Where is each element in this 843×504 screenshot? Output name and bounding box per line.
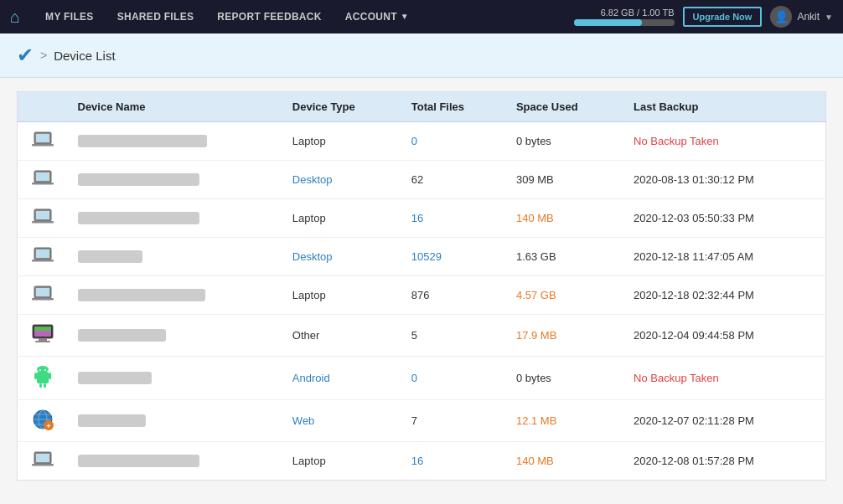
space-used-value: 0 bytes: [516, 135, 551, 147]
total-files-cell: 5: [401, 315, 506, 357]
total-files-value: 0: [411, 372, 417, 384]
space-used-cell: 12.1 MB: [506, 400, 623, 442]
total-files-cell: 7: [401, 400, 506, 442]
space-used-cell: 1.63 GB: [506, 238, 623, 276]
device-name-cell: PC-10-07-6: [68, 238, 282, 276]
page-title: Device List: [54, 49, 115, 63]
svg-rect-17: [34, 327, 51, 332]
svg-rect-11: [32, 260, 54, 262]
table-row[interactable]: XXXXXXX PC 6Other517.9 MB2020-12-04 09:4…: [18, 315, 826, 357]
svg-rect-21: [37, 372, 49, 383]
device-name-text: DESKTOP-XXXXXXX 1: [78, 135, 208, 147]
total-files-cell: 876: [401, 276, 506, 315]
brand-logo-icon: ✔: [17, 44, 34, 67]
col-last-backup: Last Backup: [623, 92, 825, 122]
space-used-cell: 140 MB: [506, 199, 623, 238]
svg-rect-1: [36, 134, 49, 142]
space-used-value: 17.9 MB: [516, 329, 556, 342]
last-backup-value: 2020-12-03 05:50:33 PM: [634, 212, 754, 224]
nav-right: 6.82 GB / 1.00 TB Upgrade Now 👤 Ankit ▼: [574, 6, 834, 28]
device-type-cell: Other: [282, 315, 401, 357]
space-used-cell: 4.57 GB: [506, 276, 623, 315]
device-icon-cell: [18, 122, 68, 161]
device-icon-cell: [18, 357, 68, 400]
device-type-label: Android: [292, 372, 330, 384]
total-files-value: 62: [411, 173, 423, 186]
device-icon-cell: +: [18, 400, 68, 442]
upgrade-button[interactable]: Upgrade Now: [683, 7, 763, 27]
device-type-cell: Laptop: [282, 122, 401, 161]
main-content: Device Name Device Type Total Files Spac…: [0, 78, 843, 504]
space-used-value: 140 MB: [516, 455, 554, 467]
device-type-label: Web: [292, 414, 315, 427]
total-files-cell: 10529: [401, 238, 506, 276]
last-backup-cell: 2020-12-03 05:50:33 PM: [623, 199, 825, 238]
device-type-icon: [31, 177, 54, 190]
last-backup-value: 2020-12-04 09:44:58 PM: [634, 329, 754, 342]
table-row[interactable]: DESKTOP-XXXXXX 9Laptop16140 MB2020-12-08…: [18, 442, 826, 481]
svg-rect-22: [34, 373, 37, 379]
total-files-value: 876: [411, 289, 430, 301]
device-type-label: Laptop: [292, 212, 326, 224]
total-files-value: 5: [411, 329, 417, 342]
storage-bar-fill: [574, 19, 643, 26]
svg-text:+: +: [46, 422, 50, 430]
col-device-type: Device Type: [282, 92, 401, 122]
svg-rect-19: [35, 341, 50, 342]
device-name-cell: XXXXXXX PC 6: [68, 315, 282, 357]
last-backup-cell: 2020-12-08 01:57:28 PM: [623, 442, 825, 481]
device-name-cell: DESKTOP-XXXXXX 2: [68, 161, 282, 199]
device-name-cell: DESKTOP-XXXXXX 9: [68, 442, 282, 481]
device-type-icon: [31, 139, 54, 152]
device-icon-cell: [18, 161, 68, 199]
table-row[interactable]: DESKTOP-XXXXXXX 1Laptop00 bytesNo Backup…: [18, 122, 826, 161]
last-backup-value: 2020-08-13 01:30:12 PM: [634, 173, 754, 186]
space-used-value: 0 bytes: [516, 372, 551, 384]
col-total-files: Total Files: [401, 92, 506, 122]
device-name-text: SM-XXXXX 7: [78, 372, 152, 384]
storage-bar: [574, 19, 675, 26]
total-files-cell: 16: [401, 199, 506, 238]
device-type-icon: [31, 293, 54, 306]
svg-rect-36: [36, 454, 49, 462]
device-type-icon: [31, 255, 54, 267]
col-space-used: Space Used: [506, 92, 623, 122]
table-row[interactable]: DESKTOP-XXXXXX 3Laptop16140 MB2020-12-03…: [18, 199, 826, 238]
svg-point-26: [39, 369, 41, 371]
table-row[interactable]: DESKTOP-XXXXXX 2Desktop62309 MB2020-08-1…: [18, 161, 826, 199]
device-type-icon: [31, 459, 54, 471]
home-icon[interactable]: ⌂: [10, 8, 20, 27]
table-row[interactable]: LAPTOP-XXXXXXXX 5Laptop8764.57 GB2020-12…: [18, 276, 826, 315]
storage-info: 6.82 GB / 1.00 TB: [574, 8, 675, 26]
breadcrumb: ✔ > Device List: [0, 33, 843, 78]
breadcrumb-separator: >: [40, 49, 47, 62]
device-name-cell: Web Upload: [68, 400, 282, 442]
nav-account[interactable]: ACCOUNT ▼: [334, 0, 421, 33]
last-backup-value: No Backup Taken: [634, 135, 719, 147]
device-type-label: Other: [292, 329, 320, 342]
space-used-value: 4.57 GB: [516, 289, 556, 301]
space-used-cell: 0 bytes: [506, 357, 623, 400]
table-row[interactable]: + Web UploadWeb712.1 MB2020-12-07 02:11:…: [18, 400, 826, 442]
space-used-value: 1.63 GB: [516, 250, 556, 263]
device-name-text: Web Upload: [78, 414, 146, 427]
last-backup-value: No Backup Taken: [634, 372, 719, 384]
device-name-cell: LAPTOP-XXXXXXXX 5: [68, 276, 282, 315]
total-files-value: 16: [411, 212, 423, 224]
last-backup-cell: 2020-12-18 11:47:05 AM: [623, 238, 825, 276]
table-row[interactable]: PC-10-07-6Desktop105291.63 GB2020-12-18 …: [18, 238, 826, 276]
nav-report-feedback[interactable]: REPORT FEEDBACK: [205, 0, 334, 33]
device-name-text: XXXXXXX PC 6: [78, 329, 166, 342]
last-backup-cell: 2020-12-07 02:11:28 PM: [623, 400, 825, 442]
device-name-text: DESKTOP-XXXXXX 2: [78, 173, 199, 186]
storage-label: 6.82 GB / 1.00 TB: [601, 8, 675, 18]
device-name-text: DESKTOP-XXXXXX 9: [78, 455, 199, 467]
user-menu[interactable]: 👤 Ankit ▼: [770, 6, 833, 28]
device-type-cell: Desktop: [282, 238, 401, 276]
svg-rect-18: [39, 338, 47, 341]
nav-my-files[interactable]: MY FILES: [34, 0, 106, 33]
table-header: Device Name Device Type Total Files Spac…: [18, 92, 826, 122]
last-backup-cell: 2020-12-04 09:44:58 PM: [623, 315, 825, 357]
nav-shared-files[interactable]: SHARED FILES: [106, 0, 206, 33]
table-row[interactable]: SM-XXXXX 7Android00 bytesNo Backup Taken: [18, 357, 826, 400]
